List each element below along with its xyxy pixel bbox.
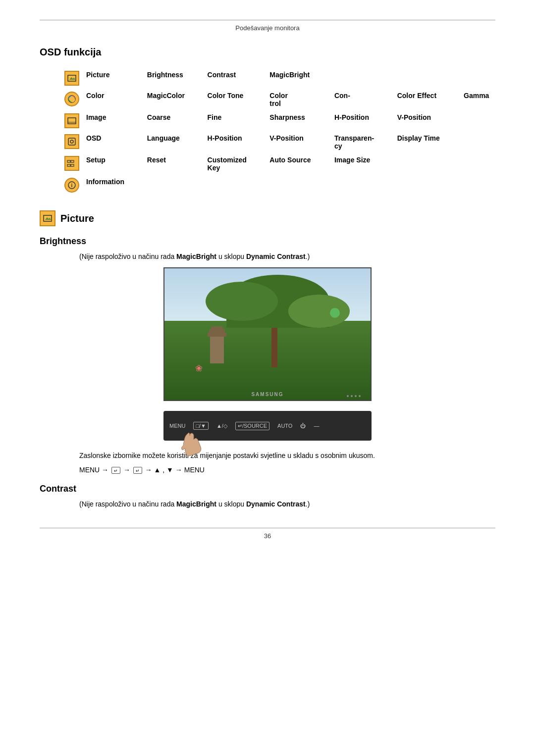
- samsung-label: SAMSUNG: [251, 392, 283, 397]
- page-number: 36: [264, 532, 271, 540]
- pagoda: [210, 336, 224, 363]
- svg-rect-9: [67, 164, 70, 166]
- flowers: ❀: [195, 363, 203, 374]
- table-row: Picture Brightness Contrast MagicBright: [59, 68, 515, 89]
- contrast-note: (Nije raspoloživo u načinu rada MagicBri…: [79, 500, 495, 508]
- sub-reset: Reset: [142, 153, 203, 175]
- sub-gamma: Gamma: [459, 89, 515, 110]
- svg-point-7: [70, 140, 73, 143]
- sub-sharpness: Sharpness: [265, 110, 329, 131]
- brightness-menu-nav: MENU → ↵ → ↵ → ▲ , ▼ → MENU: [79, 466, 495, 474]
- table-row: Color MagicColor Color Tone Colortrol Co…: [59, 89, 515, 110]
- color-icon: [64, 92, 79, 106]
- sub-magiccolor: MagicColor: [142, 89, 203, 110]
- tree-foliage-right: [288, 295, 350, 328]
- nav-icon-2: ↵: [133, 467, 142, 474]
- menu-name-information: Information: [81, 175, 142, 196]
- osd-icon: [64, 134, 79, 149]
- svg-rect-8: [67, 160, 70, 162]
- svg-point-2: [69, 76, 71, 78]
- osd-section: OSD funkcija Picture Brightness Contrast…: [40, 47, 495, 196]
- brightness-section: Brightness (Nije raspoloživo u načinu ra…: [40, 236, 495, 474]
- menu-name-osd: OSD: [81, 131, 142, 153]
- svg-rect-10: [71, 160, 74, 162]
- triangle-diamond-btn: ▲/◇: [216, 423, 227, 429]
- brightness-note: (Nije raspoloživo u načinu rada MagicBri…: [79, 252, 495, 260]
- sub-vposition-img: V-Position: [392, 110, 459, 131]
- sub-coloreffect: Color Effect: [392, 89, 459, 110]
- table-row: Setup Reset CustomizedKey Auto Source Im…: [59, 153, 515, 175]
- picture-header-icon: [40, 210, 55, 226]
- green-ornament: [330, 308, 340, 318]
- auto-btn: AUTO: [277, 423, 292, 429]
- monitor-dots: [347, 395, 361, 397]
- hand-pointer: [176, 431, 211, 462]
- tree-foliage-left: [206, 282, 278, 321]
- image-icon: [64, 113, 79, 128]
- page-header: Podešavanje monitora: [40, 24, 495, 32]
- icon-cell-setup: [59, 153, 81, 175]
- menu-name-image: Image: [81, 110, 142, 131]
- icon-cell-color: [59, 89, 81, 110]
- sub-hposition-img: H-Position: [329, 110, 392, 131]
- sub-coarse: Coarse: [142, 110, 203, 131]
- sub-color-trol: Colortrol: [265, 89, 329, 110]
- setup-icon: [64, 156, 79, 171]
- sub-vposition-osd: V-Position: [265, 131, 329, 153]
- osd-section-title: OSD funkcija: [40, 47, 495, 58]
- dash-btn: —: [314, 423, 319, 429]
- svg-rect-11: [71, 164, 74, 166]
- sub-autosource: Auto Source: [265, 153, 329, 175]
- sub-brightness: Brightness: [142, 68, 203, 89]
- contrast-title: Contrast: [40, 484, 495, 494]
- icon-cell-osd: [59, 131, 81, 153]
- sub-displaytime: Display Time: [392, 131, 459, 153]
- contrast-section: Contrast (Nije raspoloživo u načinu rada…: [40, 484, 495, 508]
- square-down-btn: □/▼: [193, 422, 209, 430]
- sub-con: Con-: [329, 89, 392, 110]
- icon-cell-info: i: [59, 175, 81, 196]
- brightness-body-text: Zaslonske izbornike možete koristiti za …: [79, 451, 495, 461]
- svg-point-16: [45, 216, 47, 218]
- power-btn: ⏻: [300, 423, 306, 429]
- osd-table: Picture Brightness Contrast MagicBright …: [59, 68, 515, 196]
- icon-cell-picture: [59, 68, 81, 89]
- sub-hposition-osd: H-Position: [203, 131, 265, 153]
- sub-language: Language: [142, 131, 203, 153]
- sub-colortone: Color Tone: [203, 89, 265, 110]
- sub-magicbright: MagicBright: [265, 68, 329, 89]
- sub-transparency: Transparen-cy: [329, 131, 392, 153]
- remote-container: MENU □/▼ ▲/◇ ↵/SOURCE AUTO ⏻ —: [40, 411, 495, 441]
- enter-source-btn: ↵/SOURCE: [235, 422, 269, 430]
- sub-customizedkey: CustomizedKey: [203, 153, 265, 175]
- header-title: Podešavanje monitora: [235, 24, 299, 32]
- page-footer: 36: [40, 532, 495, 540]
- menu-name-picture: Picture: [81, 68, 142, 89]
- picture-section-header: Picture: [40, 210, 495, 226]
- table-row: OSD Language H-Position V-Position Trans…: [59, 131, 515, 153]
- menu-name-setup: Setup: [81, 153, 142, 175]
- svg-text:i: i: [71, 183, 73, 188]
- sub-imagesize: Image Size: [329, 153, 392, 175]
- menu-btn: MENU: [169, 423, 185, 429]
- svg-rect-6: [68, 138, 75, 145]
- picture-icon: [64, 71, 79, 86]
- svg-marker-15: [45, 217, 52, 220]
- nav-icon-1: ↵: [111, 467, 120, 474]
- sub-fine: Fine: [203, 110, 265, 131]
- icon-cell-image: [59, 110, 81, 131]
- picture-section-title: Picture: [60, 213, 94, 224]
- monitor-screen: ❀ SAMSUNG: [163, 267, 372, 401]
- table-row: Image Coarse Fine Sharpness H-Position V…: [59, 110, 515, 131]
- table-row: i Information: [59, 175, 515, 196]
- svg-rect-4: [68, 118, 76, 124]
- brightness-title: Brightness: [40, 236, 495, 247]
- menu-name-color: Color: [81, 89, 142, 110]
- info-icon: i: [64, 178, 79, 193]
- svg-marker-1: [69, 77, 76, 80]
- sub-contrast: Contrast: [203, 68, 265, 89]
- monitor-image-container: ❀ SAMSUNG: [40, 267, 495, 401]
